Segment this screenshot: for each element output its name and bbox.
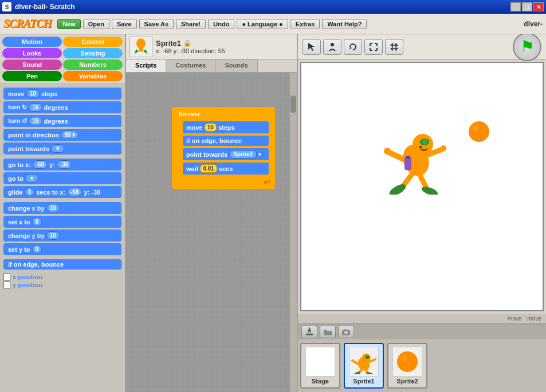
sprite2-card[interactable]: Sprite2 (387, 343, 427, 389)
expand-tool[interactable] (364, 39, 383, 55)
block-glide[interactable]: glide 1 secs to x: -68 y: -30 (3, 186, 121, 198)
main-container: SCRATCH New Open Save Save As Share! Und… (0, 14, 546, 392)
script-block-move[interactable]: move 10 steps (183, 121, 269, 133)
block-goto-x: -68 (33, 160, 48, 169)
checkbox-y-box[interactable] (3, 282, 10, 288)
toolbar: SCRATCH New Open Save Save As Share! Und… (0, 14, 546, 34)
block-goto[interactable]: go to ▾ (3, 172, 121, 184)
cursor-icon (307, 42, 317, 52)
cursor-tool[interactable] (303, 39, 321, 55)
titlebar: S diver-ball- Scratch _ □ ✕ (0, 0, 546, 14)
svg-rect-8 (392, 45, 396, 49)
block-goto-text: go to x: (8, 161, 31, 168)
folder-icon (323, 327, 333, 337)
block-set-y[interactable]: set y to 0 (3, 243, 121, 255)
block-turn-left[interactable]: turn ↺ 15 degrees (3, 115, 121, 127)
category-looks[interactable]: Looks (2, 48, 62, 58)
save-button[interactable]: Save (112, 19, 137, 29)
block-goto-dropdown[interactable]: ▾ (25, 174, 38, 183)
category-sound[interactable]: Sound (2, 60, 62, 70)
save-as-button[interactable]: Save As (139, 19, 174, 29)
script-block-wait[interactable]: wait 0.01 secs (183, 163, 269, 175)
expand-icon (368, 42, 379, 52)
svg-point-32 (365, 355, 370, 359)
camera-sprite-button[interactable] (338, 326, 354, 338)
open-button[interactable]: Open (83, 19, 109, 29)
mouse-x-label: mous (508, 315, 521, 322)
script-canvas[interactable]: forever move 10 steps if on edge, b (126, 73, 297, 392)
block-point-direction[interactable]: point in direction 90 ▾ (3, 129, 121, 141)
category-variables[interactable]: Variables (63, 71, 123, 81)
block-change-y[interactable]: change y by 10 (3, 229, 121, 241)
script-scrollbar[interactable] (290, 73, 297, 392)
svg-rect-22 (404, 157, 411, 170)
block-goto-simple-text: go to (8, 175, 23, 182)
svg-rect-2 (139, 46, 143, 52)
checkbox-y-position[interactable]: y position (3, 282, 121, 288)
undo-button[interactable]: Undo (208, 19, 234, 29)
block-list: move 10 steps turn ↻ 15 degrees turn ↺ 1… (0, 84, 125, 392)
sprite1-card[interactable]: Sprite1 (344, 343, 384, 389)
block-point-dir-num: 90 ▾ (61, 130, 78, 139)
person-tool[interactable] (323, 39, 341, 55)
script-block-edge[interactable]: if on edge, bounce (183, 136, 269, 146)
maximize-button[interactable]: □ (522, 2, 532, 11)
script-point-target[interactable]: Sprite2 (229, 150, 257, 159)
sprite2-thumb (392, 347, 422, 377)
paint-sprite-button[interactable] (301, 326, 317, 338)
close-button[interactable]: ✕ (533, 2, 544, 11)
forever-block[interactable]: forever move 10 steps if on edge, b (172, 107, 275, 189)
block-move-text: move (8, 90, 25, 97)
stage-card[interactable]: Stage (300, 343, 340, 389)
block-point-towards[interactable]: point towards ▾ (3, 142, 121, 155)
block-edge-bounce[interactable]: if on edge, bounce (3, 259, 121, 270)
categories-grid: Motion Control Looks Sensing Sound Numbe… (2, 37, 123, 81)
svg-rect-26 (306, 334, 313, 335)
folder-sprite-button[interactable] (320, 326, 336, 338)
block-move-suffix: steps (41, 90, 58, 97)
block-set-x[interactable]: set x to 0 (3, 216, 121, 228)
svg-rect-23 (406, 156, 410, 159)
new-button[interactable]: New (57, 19, 81, 29)
tab-scripts[interactable]: Scripts (126, 60, 166, 72)
category-motion[interactable]: Motion (2, 37, 62, 47)
tab-sounds[interactable]: Sounds (215, 60, 257, 72)
stage-toolbar: ⚑ (298, 34, 546, 60)
category-pen[interactable]: Pen (2, 71, 62, 81)
forever-header: forever (176, 109, 270, 118)
category-sensing[interactable]: Sensing (63, 48, 123, 58)
category-control[interactable]: Control (63, 37, 123, 47)
extras-button[interactable]: Extras (290, 19, 320, 29)
middle-panel: Sprite1 🔒 x: -68 y: -30 direction: 55 Sc… (126, 34, 298, 392)
sprite2-label: Sprite2 (396, 378, 418, 385)
category-numbers[interactable]: Numbers (63, 60, 123, 70)
tab-costumes[interactable]: Costumes (166, 60, 215, 72)
forever-inner: move 10 steps if on edge, bounce point t… (181, 120, 270, 177)
language-button[interactable]: ● Language ● (237, 19, 288, 29)
minimize-button[interactable]: _ (510, 2, 521, 11)
checkbox-x-label: x position (13, 274, 42, 280)
checkbox-x-position[interactable]: x position (3, 274, 121, 280)
block-turn-right[interactable]: turn ↻ 15 degrees (3, 101, 121, 113)
checkbox-x-box[interactable] (3, 274, 10, 280)
green-flag-icon: ⚑ (520, 37, 535, 56)
block-turn-right-num: 15 (29, 103, 42, 112)
block-change-y-num: 10 (46, 231, 60, 240)
block-move[interactable]: move 10 steps (3, 88, 121, 100)
block-goto-y-label: y: (49, 161, 55, 168)
block-point-towards-text: point towards (8, 145, 49, 152)
block-goto-xy[interactable]: go to x: -68 y: -30 (3, 159, 121, 171)
block-point-towards-dropdown[interactable]: ▾ (51, 144, 64, 153)
mouse-y-label: mous (528, 315, 541, 322)
rotate-tool[interactable] (344, 39, 362, 55)
script-scrollbar-thumb[interactable] (290, 96, 296, 113)
shrink-tool[interactable] (385, 39, 403, 55)
stage-area[interactable] (300, 62, 544, 311)
share-button[interactable]: Share! (176, 19, 206, 29)
green-flag-button[interactable]: ⚑ (513, 34, 541, 61)
help-button[interactable]: Want Help? (322, 19, 367, 29)
block-change-x[interactable]: change x by 10 (3, 202, 121, 214)
sprite-tray: Stage (298, 323, 546, 392)
script-block-point[interactable]: point towards Sprite2 ▾ (183, 148, 269, 160)
sprite-list: Stage (298, 339, 546, 392)
